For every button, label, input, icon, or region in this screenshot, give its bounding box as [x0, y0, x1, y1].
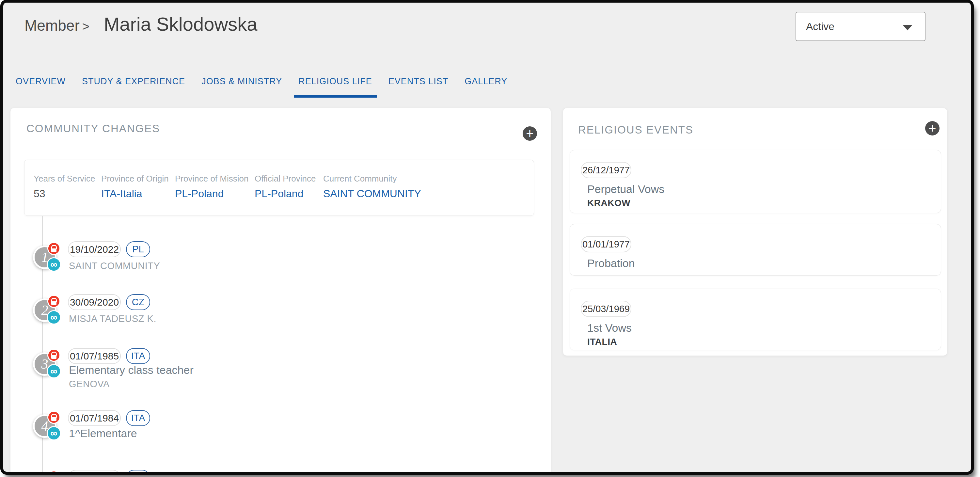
page-title: Maria Sklodowska — [104, 13, 258, 35]
lock-icon — [47, 295, 60, 308]
province-pill — [126, 470, 150, 472]
lock-icon — [47, 242, 60, 255]
page: Member > Maria Sklodowska Active OVERVIE… — [3, 3, 971, 472]
province-pill: PL — [126, 241, 150, 257]
timeline-item: 4 ∞ 01/07/1984 ITA 1^Elementare — [10, 410, 551, 453]
religious-events-title: RELIGIOUS EVENTS — [578, 124, 694, 136]
date-pill: 30/09/2020 — [68, 294, 121, 310]
date-pill: 19/10/2022 — [68, 241, 121, 257]
tab-study-experience[interactable]: STUDY & EXPERIENCE — [77, 76, 190, 98]
date-pill — [68, 470, 121, 472]
summary-label: Official Province — [255, 174, 323, 184]
event-name: Probation — [587, 257, 941, 270]
province-pill: ITA — [126, 348, 150, 364]
timeline-item — [10, 470, 551, 472]
summary-label: Years of Service — [33, 174, 101, 184]
summary-value: SAINT COMMUNITY — [323, 188, 421, 200]
date-pill: 01/07/1984 — [68, 410, 121, 426]
religious-event-card[interactable]: 25/03/1969 1st Vows ITALIA — [570, 289, 941, 350]
summary-label: Current Community — [323, 174, 421, 184]
summary-col: Province of Origin ITA-Italia — [101, 174, 175, 215]
community-changes-panel: COMMUNITY CHANGES + Years of Service 53 … — [10, 108, 551, 472]
province-pill: CZ — [126, 294, 150, 310]
breadcrumb-member-link[interactable]: Member — [24, 17, 80, 34]
summary-value: PL-Poland — [175, 188, 255, 200]
summary-label: Province of Origin — [101, 174, 175, 184]
summary-col: Province of Mission PL-Poland — [175, 174, 255, 215]
add-religious-event-button[interactable]: + — [925, 121, 940, 135]
app-window: Member > Maria Sklodowska Active OVERVIE… — [3, 3, 971, 472]
job-title: 1^Elementare — [69, 427, 137, 440]
lock-icon — [47, 411, 60, 424]
status-dropdown-value: Active — [806, 21, 834, 33]
event-location: ITALIA — [587, 337, 941, 347]
tab-gallery[interactable]: GALLERY — [460, 76, 512, 98]
timeline-item: 3 ∞ 01/07/1985 ITA Elementary class teac… — [10, 348, 551, 391]
job-title: Elementary class teacher — [69, 364, 194, 377]
event-name: 1st Vows — [587, 321, 941, 334]
infinity-icon: ∞ — [47, 364, 61, 378]
religious-events-panel: RELIGIOUS EVENTS + 26/12/1977 Perpetual … — [563, 108, 947, 356]
event-location: KRAKOW — [587, 198, 941, 208]
summary-col: Current Community SAINT COMMUNITY — [323, 174, 421, 215]
date-pill: 01/07/1985 — [68, 348, 121, 364]
event-date-pill: 26/12/1977 — [581, 162, 632, 178]
infinity-icon: ∞ — [47, 257, 61, 272]
infinity-icon: ∞ — [47, 310, 61, 324]
summary-value: PL-Poland — [255, 188, 323, 200]
religious-event-card[interactable]: 01/01/1977 Probation — [570, 224, 941, 275]
timeline-item: 1 ∞ 19/10/2022 PL SAINT COMMUNITY — [10, 241, 551, 284]
tab-events-list[interactable]: EVENTS LIST — [384, 76, 453, 98]
add-community-change-button[interactable]: + — [523, 126, 537, 141]
tab-religious-life[interactable]: RELIGIOUS LIFE — [294, 76, 377, 98]
community-changes-title: COMMUNITY CHANGES — [27, 122, 160, 135]
event-name: Perpetual Vows — [587, 183, 941, 196]
chevron-down-icon — [903, 25, 912, 30]
summary-value: 53 — [33, 188, 101, 200]
community-summary-card: Years of Service 53 Province of Origin I… — [24, 160, 534, 216]
community-name: GENOVA — [69, 379, 110, 390]
tab-overview[interactable]: OVERVIEW — [11, 76, 70, 98]
summary-label: Province of Mission — [175, 174, 255, 184]
breadcrumb: Member > Maria Sklodowska — [24, 13, 258, 35]
chevron-right-icon: > — [82, 19, 89, 33]
timeline-item: 2 ∞ 30/09/2020 CZ MISJA TADEUSZ K. — [10, 294, 551, 337]
infinity-icon: ∞ — [47, 426, 61, 440]
tab-bar: OVERVIEW STUDY & EXPERIENCE JOBS & MINIS… — [11, 76, 519, 98]
event-date-pill: 25/03/1969 — [581, 301, 632, 317]
event-date-pill: 01/01/1977 — [581, 236, 632, 252]
lock-icon — [47, 349, 60, 362]
community-name: MISJA TADEUSZ K. — [69, 313, 156, 324]
tab-jobs-ministry[interactable]: JOBS & MINISTRY — [197, 76, 286, 98]
lock-icon — [47, 471, 60, 472]
religious-event-card[interactable]: 26/12/1977 Perpetual Vows KRAKOW — [570, 150, 941, 213]
community-name: SAINT COMMUNITY — [69, 261, 160, 271]
status-dropdown[interactable]: Active — [795, 12, 926, 41]
summary-value: ITA-Italia — [101, 188, 175, 200]
province-pill: ITA — [126, 410, 150, 426]
summary-col: Years of Service 53 — [33, 174, 101, 215]
summary-col: Official Province PL-Poland — [255, 174, 323, 215]
